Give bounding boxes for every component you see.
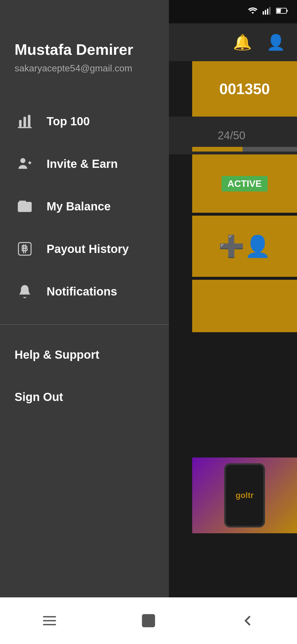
svg-rect-19 bbox=[43, 620, 56, 622]
svg-rect-9 bbox=[28, 115, 31, 127]
menu-label-top100: Top 100 bbox=[47, 115, 90, 128]
drawer-divider bbox=[0, 324, 169, 325]
nav-back-button[interactable] bbox=[230, 603, 265, 638]
footer-item-help-support[interactable]: Help & Support bbox=[0, 334, 169, 376]
profile-icon[interactable]: 👤 bbox=[266, 34, 285, 51]
svg-rect-2 bbox=[267, 8, 268, 15]
svg-rect-10 bbox=[18, 127, 32, 128]
help-support-label: Help & Support bbox=[15, 348, 99, 361]
svg-rect-3 bbox=[269, 7, 271, 15]
menu-label-my-balance: My Balance bbox=[47, 200, 111, 213]
svg-rect-7 bbox=[19, 120, 22, 127]
wifi-icon bbox=[248, 7, 258, 17]
menu-label-payout-history: Payout History bbox=[47, 242, 129, 256]
bell-icon[interactable]: 🔔 bbox=[233, 34, 252, 51]
svg-rect-13 bbox=[18, 205, 32, 206]
menu-item-top100[interactable]: Top 100 bbox=[0, 100, 169, 142]
gold-banner-text: 001350 bbox=[219, 80, 270, 98]
sign-out-label: Sign Out bbox=[15, 390, 63, 403]
svg-rect-20 bbox=[43, 624, 56, 625]
menu-label-notifications: Notifications bbox=[47, 285, 117, 298]
svg-rect-0 bbox=[263, 11, 264, 15]
phone-mockup: goltr bbox=[224, 463, 265, 527]
svg-rect-5 bbox=[287, 10, 288, 12]
bitcoin-icon bbox=[15, 239, 35, 259]
svg-rect-8 bbox=[24, 117, 26, 127]
menu-item-payout-history[interactable]: Payout History bbox=[0, 228, 169, 270]
svg-rect-6 bbox=[277, 9, 281, 13]
drawer-footer: Help & Support Sign Out bbox=[0, 328, 169, 424]
svg-rect-15 bbox=[18, 242, 31, 255]
svg-rect-1 bbox=[265, 10, 266, 15]
right-card-active: ACTIVE bbox=[192, 154, 297, 213]
active-badge: ACTIVE bbox=[222, 176, 267, 191]
nav-menu-button[interactable] bbox=[32, 603, 67, 638]
menu-item-notifications[interactable]: Notifications bbox=[0, 270, 169, 313]
right-card-plain bbox=[192, 280, 297, 332]
progress-text: 24/50 bbox=[218, 129, 245, 142]
add-user-icon: ➕👤 bbox=[218, 234, 271, 259]
bell-menu-icon bbox=[15, 281, 35, 302]
bottom-nav bbox=[0, 597, 297, 644]
status-icons bbox=[248, 7, 288, 17]
svg-rect-14 bbox=[19, 201, 26, 203]
menu-item-invite-earn[interactable]: Invite & Earn bbox=[0, 142, 169, 185]
battery-icon bbox=[276, 7, 288, 16]
right-card-invite: ➕👤 bbox=[192, 216, 297, 277]
bar-chart-icon bbox=[15, 111, 35, 131]
svg-rect-12 bbox=[18, 202, 32, 212]
nav-home-button[interactable] bbox=[131, 603, 166, 638]
progress-section: 24/50 bbox=[166, 117, 297, 154]
svg-rect-21 bbox=[143, 615, 155, 627]
gold-banner: 001350 bbox=[192, 61, 297, 117]
svg-point-11 bbox=[20, 158, 25, 163]
add-user-group-icon bbox=[15, 154, 35, 174]
signal-icon bbox=[263, 7, 271, 17]
drawer-menu: Top 100 Invite & Earn bbox=[0, 91, 169, 321]
app-thumbnail: goltr bbox=[192, 458, 297, 533]
progress-bar bbox=[192, 147, 297, 152]
wallet-icon bbox=[15, 196, 35, 217]
svg-rect-18 bbox=[43, 616, 56, 617]
menu-item-my-balance[interactable]: My Balance bbox=[0, 185, 169, 228]
menu-label-invite-earn: Invite & Earn bbox=[47, 157, 118, 170]
drawer-header: Mustafa Demirer sakaryacepte54@gmail.com bbox=[0, 0, 169, 91]
drawer-user-name: Mustafa Demirer bbox=[15, 41, 154, 58]
top-bar: 🔔 👤 bbox=[166, 23, 297, 61]
drawer: Mustafa Demirer sakaryacepte54@gmail.com… bbox=[0, 0, 169, 644]
drawer-user-email: sakaryacepte54@gmail.com bbox=[15, 63, 154, 74]
footer-item-sign-out[interactable]: Sign Out bbox=[0, 376, 169, 418]
